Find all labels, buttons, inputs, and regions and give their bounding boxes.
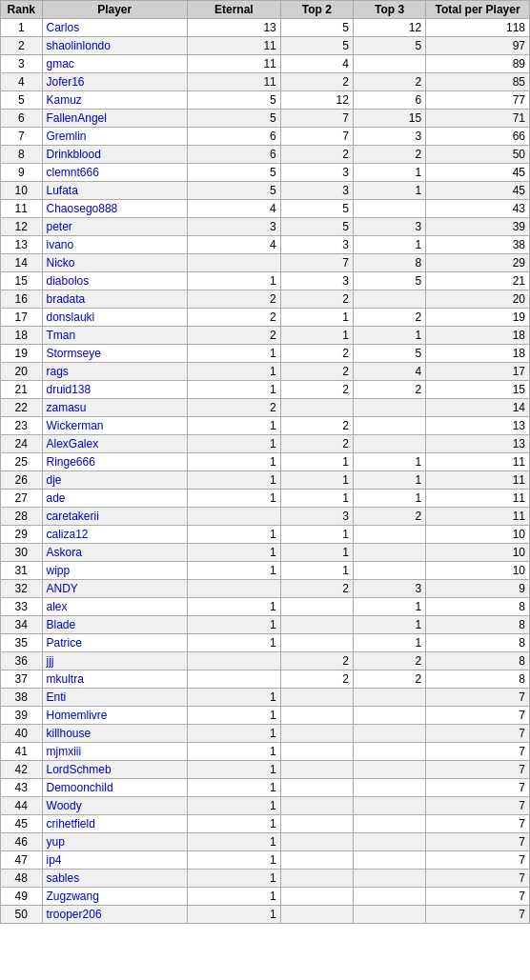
cell-rank: 31	[1, 562, 43, 580]
cell-player: Wickerman	[42, 417, 187, 435]
cell-top2: 3	[280, 164, 353, 182]
cell-total: 8	[426, 616, 530, 634]
cell-rank: 40	[1, 725, 43, 743]
table-row: 38Enti17	[1, 689, 530, 707]
cell-rank: 11	[1, 200, 43, 218]
cell-total: 13	[426, 417, 530, 435]
cell-rank: 1	[1, 19, 43, 37]
cell-total: 66	[426, 128, 530, 146]
table-row: 17donslauki21219	[1, 309, 530, 327]
cell-rank: 14	[1, 254, 43, 272]
cell-top3: 12	[353, 19, 425, 37]
cell-top2: 1	[280, 490, 353, 508]
cell-top2: 2	[280, 417, 353, 435]
cell-top2: 7	[280, 128, 353, 146]
cell-top3: 2	[353, 73, 425, 91]
cell-eternal: 1	[187, 272, 280, 290]
cell-total: 8	[426, 652, 530, 670]
cell-top3: 3	[353, 218, 425, 236]
cell-player: ANDY	[42, 580, 187, 598]
cell-top2	[280, 779, 353, 797]
cell-top3	[353, 562, 425, 580]
cell-total: 7	[426, 888, 530, 906]
cell-eternal: 11	[187, 37, 280, 55]
cell-total: 7	[426, 743, 530, 761]
cell-player: Gremlin	[42, 128, 187, 146]
table-row: 1Carlos13512118	[1, 19, 530, 37]
cell-rank: 21	[1, 381, 43, 399]
cell-top3	[353, 544, 425, 562]
cell-top2: 1	[280, 327, 353, 345]
cell-eternal: 1	[187, 815, 280, 833]
cell-player: Patrice	[42, 634, 187, 652]
cell-rank: 2	[1, 37, 43, 55]
cell-rank: 25	[1, 453, 43, 471]
cell-total: 45	[426, 182, 530, 200]
header-player: Player	[42, 1, 187, 19]
cell-total: 7	[426, 906, 530, 924]
cell-top2: 2	[280, 652, 353, 670]
cell-top3	[353, 725, 425, 743]
cell-rank: 22	[1, 399, 43, 417]
cell-eternal	[187, 508, 280, 526]
cell-player: Drinkblood	[42, 146, 187, 164]
cell-top2: 4	[280, 55, 353, 73]
cell-top2	[280, 761, 353, 779]
cell-rank: 26	[1, 471, 43, 490]
table-row: 48sables17	[1, 870, 530, 888]
cell-rank: 15	[1, 272, 43, 290]
cell-player: Chaosego888	[42, 200, 187, 218]
cell-total: 10	[426, 544, 530, 562]
table-row: 14Nicko7829	[1, 254, 530, 272]
cell-top2: 1	[280, 544, 353, 562]
cell-player: Askora	[42, 544, 187, 562]
cell-top2: 2	[280, 580, 353, 598]
cell-total: 45	[426, 164, 530, 182]
cell-rank: 39	[1, 707, 43, 725]
cell-top3	[353, 888, 425, 906]
cell-player: druid138	[42, 381, 187, 399]
cell-top3	[353, 435, 425, 453]
cell-top3: 1	[353, 598, 425, 616]
table-row: 25Ringe66611111	[1, 453, 530, 471]
table-row: 3gmac11489	[1, 55, 530, 73]
cell-top2	[280, 707, 353, 725]
cell-total: 11	[426, 471, 530, 490]
cell-eternal: 2	[187, 327, 280, 345]
cell-total: 43	[426, 200, 530, 218]
cell-total: 118	[426, 19, 530, 37]
cell-player: Carlos	[42, 19, 187, 37]
cell-eternal: 1	[187, 435, 280, 453]
cell-top2: 12	[280, 91, 353, 110]
cell-top3	[353, 417, 425, 435]
table-row: 11Chaosego8884543	[1, 200, 530, 218]
cell-total: 11	[426, 453, 530, 471]
cell-eternal: 3	[187, 218, 280, 236]
cell-player: LordSchmeb	[42, 761, 187, 779]
cell-eternal: 5	[187, 110, 280, 128]
cell-eternal: 1	[187, 634, 280, 652]
cell-total: 10	[426, 526, 530, 544]
table-row: 34Blade118	[1, 616, 530, 634]
table-row: 7Gremlin67366	[1, 128, 530, 146]
cell-top3	[353, 870, 425, 888]
cell-rank: 6	[1, 110, 43, 128]
cell-top3	[353, 761, 425, 779]
cell-top2: 1	[280, 471, 353, 490]
cell-eternal: 5	[187, 164, 280, 182]
cell-eternal: 2	[187, 309, 280, 327]
cell-top3: 1	[353, 164, 425, 182]
cell-player: donslauki	[42, 309, 187, 327]
cell-top3: 5	[353, 345, 425, 363]
cell-player: caretakerii	[42, 508, 187, 526]
cell-total: 7	[426, 707, 530, 725]
cell-top2	[280, 616, 353, 634]
cell-player: alex	[42, 598, 187, 616]
cell-player: yup	[42, 833, 187, 851]
cell-top2: 5	[280, 37, 353, 55]
cell-player: crihetfield	[42, 815, 187, 833]
cell-top2	[280, 725, 353, 743]
cell-rank: 8	[1, 146, 43, 164]
cell-top3	[353, 779, 425, 797]
header-eternal: Eternal	[187, 1, 280, 19]
